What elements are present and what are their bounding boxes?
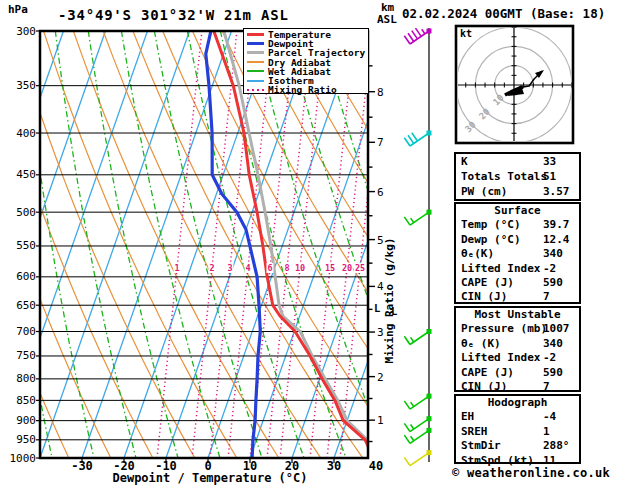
row-label: StmSpd (kt): [461, 454, 534, 469]
wet-adiabat-line: [286, 31, 430, 458]
wind-barb-station-dot: [427, 428, 432, 433]
legend-item-label: Mixing Ratio: [268, 85, 337, 94]
wind-barb-feather: [404, 138, 410, 146]
isotherm-line: [40, 31, 189, 458]
row-label: CAPE (J): [461, 276, 514, 291]
table-row: Dewp (°C)12.4: [456, 233, 579, 247]
hodograph-table: Hodograph EH-4SREH1StmDir288°StmSpd (kt)…: [454, 394, 581, 464]
wind-barb-feather: [412, 31, 418, 39]
wind-barb-feather: [404, 36, 410, 44]
mixing-ratio-axis-title: Mixing Ratio (g/kg): [383, 226, 396, 376]
wind-barb-feather: [404, 401, 410, 409]
pressure-tick-label: 450: [6, 168, 36, 181]
wind-barb-half-feather: [411, 218, 414, 223]
row-label: Lifted Index: [461, 262, 540, 277]
row-value: 12.4: [543, 233, 570, 248]
mixing-ratio-line: [280, 31, 325, 458]
legend-line-sample-icon: [247, 80, 264, 82]
row-label: CAPE (J): [461, 366, 514, 381]
table-row: Lifted Index-2: [456, 351, 579, 365]
hodograph-table-header: Hodograph: [456, 396, 579, 410]
row-label: Lifted Index: [461, 351, 540, 366]
pressure-tick-label: 400: [6, 127, 36, 140]
wind-barb-station-dot: [427, 131, 432, 136]
wind-barb: [404, 394, 431, 410]
table-row: K33: [456, 154, 579, 169]
x-axis-title: Dewpoint / Temperature (°C): [110, 471, 310, 485]
table-row: Pressure (mb)1007: [456, 322, 579, 336]
pressure-tick-label: 950: [6, 433, 36, 446]
legend-line-sample-icon: [247, 42, 264, 45]
legend-line-sample-icon: [247, 89, 264, 91]
row-value: 7: [543, 380, 550, 395]
row-value: 590: [543, 366, 563, 381]
asl-label: ASL: [377, 13, 397, 26]
pressure-tick-label: 650: [6, 299, 36, 312]
table-row: CIN (J)7: [456, 380, 579, 394]
stability-indices-table: K33Totals Totals51PW (cm)3.57: [454, 152, 581, 201]
row-value: -4: [543, 410, 556, 425]
wet-adiabat-line: [88, 31, 178, 458]
wind-barb-shaft: [410, 332, 429, 345]
wind-barb-half-feather: [411, 337, 414, 342]
mixing-ratio-value-label: 4: [244, 263, 251, 273]
temp-tick-label: -30: [65, 459, 99, 473]
wind-barb: [404, 28, 431, 44]
row-value: -2: [543, 351, 556, 366]
row-value: 3.57: [543, 184, 570, 199]
wet-adiabat-line: [55, 31, 136, 458]
surface-table: Surface Temp (°C)39.7Dewp (°C)12.4θₑ(K)3…: [454, 202, 581, 304]
mixing-ratio-value-label: 2: [208, 263, 215, 273]
wind-barb-half-feather: [422, 29, 425, 34]
wet-adiabat-line: [121, 31, 220, 458]
km-tick-label: 3: [377, 326, 391, 339]
wind-barb-feather: [412, 133, 418, 141]
pressure-tick-label: 600: [6, 270, 36, 283]
wind-barb-feather: [404, 217, 410, 225]
row-label: Totals Totals: [461, 169, 547, 184]
wind-barb-shaft: [410, 430, 429, 443]
row-value: 590: [543, 276, 563, 291]
row-label: EH: [461, 410, 474, 425]
temp-tick-label: -10: [149, 459, 183, 473]
table-row: EH-4: [456, 410, 579, 424]
row-label: θₑ (K): [461, 337, 501, 352]
wind-barb-station-dot: [427, 416, 432, 421]
pressure-tick-label: 850: [6, 394, 36, 407]
temp-tick-label: 30: [317, 459, 351, 473]
wind-barb-feather: [404, 423, 410, 431]
pressure-tick-label: 750: [6, 349, 36, 362]
legend-box: TemperatureDewpointParcel TrajectoryDry …: [243, 28, 369, 94]
table-row: θₑ(K)340: [456, 247, 579, 261]
wind-barb-feather: [408, 33, 414, 41]
km-tick-label: 1: [377, 414, 391, 427]
mixing-ratio-value-label: 25: [354, 263, 366, 273]
table-row: StmSpd (kt)11: [456, 454, 579, 468]
row-label: CIN (J): [461, 380, 507, 395]
temp-tick-label: 40: [359, 459, 393, 473]
row-label: K: [461, 154, 468, 169]
pressure-tick-label: 350: [6, 79, 36, 92]
mixing-ratio-value-label: 15: [324, 263, 336, 273]
lcl-marker-2: L: [391, 305, 397, 317]
row-value: 288°: [543, 439, 570, 454]
row-label: CIN (J): [461, 290, 507, 305]
wind-barb-shaft: [410, 419, 429, 432]
isotherm-line: [292, 31, 441, 458]
wind-barb-shaft: [410, 453, 429, 466]
station-title: -34°49'S 301°32'W 21m ASL: [58, 7, 289, 23]
legend-line-sample-icon: [247, 70, 264, 72]
lcl-marker-1: L: [374, 302, 380, 314]
legend-line-sample-icon: [247, 61, 264, 63]
mixing-ratio-value-label: 1: [173, 263, 180, 273]
pressure-tick-label: 550: [6, 239, 36, 252]
pressure-tick-label: 800: [6, 372, 36, 385]
table-row: PW (cm)3.57: [456, 184, 579, 199]
row-value: 11: [543, 454, 556, 469]
temp-tick-label: 10: [233, 459, 267, 473]
pressure-unit-label: hPa: [8, 3, 28, 16]
km-tick-label: 5: [377, 234, 391, 247]
row-label: θₑ(K): [461, 247, 494, 262]
run-datetime: 02.02.2024 00GMT (Base: 18): [402, 6, 605, 21]
table-row: CAPE (J)590: [456, 366, 579, 380]
